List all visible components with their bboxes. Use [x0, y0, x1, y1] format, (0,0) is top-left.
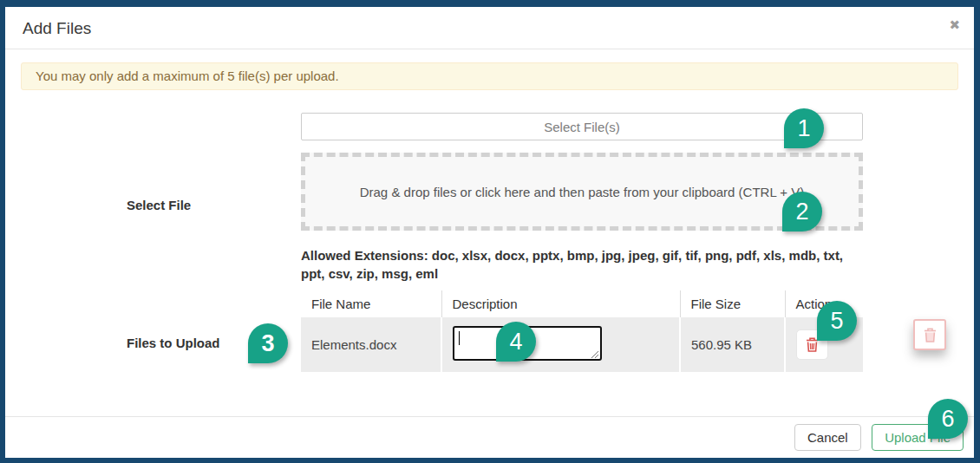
actions-cell: 5: [785, 317, 863, 372]
dragged-trash-button-ghost: [913, 319, 946, 350]
file-name-cell: Elements.docx: [301, 317, 441, 372]
trash-icon: [924, 328, 937, 342]
drag-drop-zone[interactable]: Drag & drop files or click here and then…: [301, 153, 863, 231]
description-textarea[interactable]: [453, 326, 602, 361]
callout-badge-1: 1: [784, 108, 824, 148]
files-table-container: File Name Description File Size Actions …: [301, 290, 863, 372]
description-cell: 4: [441, 317, 680, 372]
dialog-footer: Cancel Upload File 6: [5, 416, 974, 458]
column-header-actions: Actions: [785, 290, 863, 317]
max-files-warning: You may only add a maximum of 5 file(s) …: [21, 62, 958, 90]
column-header-file-name: File Name: [301, 290, 441, 317]
callout-badge-3: 3: [248, 323, 288, 363]
files-to-upload-label: Files to Upload 3: [21, 290, 301, 372]
trash-icon: [806, 337, 819, 352]
files-table-header-row: File Name Description File Size Actions: [301, 290, 863, 317]
select-file-row: Select File Select File(s) 1 Drag & drop…: [21, 113, 958, 290]
column-header-file-size: File Size: [680, 290, 785, 317]
upload-file-button[interactable]: Upload File: [872, 424, 964, 451]
cancel-button[interactable]: Cancel: [794, 424, 861, 451]
table-row: Elements.docx 4: [301, 317, 863, 372]
add-files-dialog: Add Files ✖ You may only add a maximum o…: [0, 0, 980, 463]
drag-drop-text: Drag & drop files or click here and then…: [360, 185, 805, 199]
allowed-extensions-text: Allowed Extensions: doc, xlsx, docx, ppt…: [301, 246, 863, 283]
select-files-button[interactable]: Select File(s) 1: [301, 113, 863, 140]
dialog-body: You may only add a maximum of 5 file(s) …: [5, 49, 974, 372]
close-icon[interactable]: ✖: [949, 17, 960, 33]
column-header-description: Description: [441, 290, 680, 317]
resize-grip-icon[interactable]: [590, 349, 598, 358]
select-file-controls: Select File(s) 1 Drag & drop files or cl…: [301, 113, 863, 290]
select-files-button-label: Select File(s): [544, 120, 620, 134]
file-size-cell: 560.95 KB: [680, 317, 785, 372]
delete-file-button[interactable]: 5: [796, 329, 828, 360]
text-cursor: [459, 331, 460, 345]
files-to-upload-row: Files to Upload 3 File Name Description …: [21, 290, 958, 372]
dialog-header: Add Files ✖: [5, 7, 974, 49]
dialog-title: Add Files: [23, 19, 957, 38]
files-table: File Name Description File Size Actions …: [301, 290, 863, 372]
select-file-label: Select File: [21, 113, 301, 290]
